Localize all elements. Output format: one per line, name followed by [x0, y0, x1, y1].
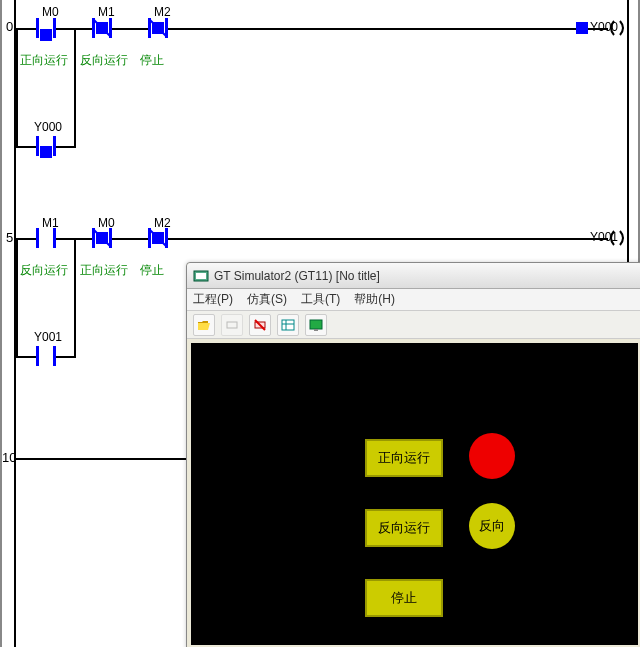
no-contact[interactable] [36, 346, 56, 366]
menu-project[interactable]: 工程(P) [193, 291, 233, 308]
svg-rect-1 [196, 273, 206, 279]
no-contact[interactable] [36, 228, 56, 248]
svg-rect-9 [314, 329, 318, 331]
contact-label: M1 [98, 5, 115, 19]
contact-label: M0 [42, 5, 59, 19]
menu-help[interactable]: 帮助(H) [354, 291, 395, 308]
hmi-stop-button[interactable]: 停止 [365, 579, 443, 617]
output-coil[interactable] [608, 229, 626, 247]
toolbar [187, 311, 640, 339]
contact-state-icon [40, 146, 52, 158]
contact-state-icon [152, 232, 164, 244]
svg-rect-8 [310, 320, 322, 329]
contact-label: Y000 [34, 120, 62, 134]
contact-comment: 反向运行 [20, 262, 68, 279]
contact-comment: 反向运行 [80, 52, 128, 69]
hmi-reverse-lamp: 反向 [469, 503, 515, 549]
contact-comment: 正向运行 [20, 52, 68, 69]
table-icon[interactable] [277, 314, 299, 336]
title-bar[interactable]: GT Simulator2 (GT11) [No title] [187, 263, 640, 289]
contact-state-icon [96, 232, 108, 244]
hmi-forward-lamp [469, 433, 515, 479]
contact-state-icon [96, 22, 108, 34]
menu-tools[interactable]: 工具(T) [301, 291, 340, 308]
lamp-label: 反向 [479, 517, 505, 535]
contact-comment: 正向运行 [80, 262, 128, 279]
menu-bar: 工程(P) 仿真(S) 工具(T) 帮助(H) [187, 289, 640, 311]
stop-sim-icon[interactable] [249, 314, 271, 336]
contact-state-icon [40, 29, 52, 41]
contact-state-icon [152, 22, 164, 34]
hmi-reverse-button[interactable]: 反向运行 [365, 509, 443, 547]
rung-number: 0 [6, 19, 13, 34]
connection-icon[interactable] [221, 314, 243, 336]
contact-label: M2 [154, 5, 171, 19]
contact-comment: 停止 [140, 262, 164, 279]
output-coil[interactable] [608, 19, 626, 37]
window-title: GT Simulator2 (GT11) [No title] [214, 269, 380, 283]
svg-rect-5 [282, 320, 294, 330]
screen-icon[interactable] [305, 314, 327, 336]
svg-rect-2 [227, 322, 237, 328]
app-icon [193, 268, 209, 284]
menu-simulate[interactable]: 仿真(S) [247, 291, 287, 308]
contact-comment: 停止 [140, 52, 164, 69]
gt-simulator-window: GT Simulator2 (GT11) [No title] 工程(P) 仿真… [186, 262, 640, 647]
coil-state-icon [576, 22, 588, 34]
hmi-forward-button[interactable]: 正向运行 [365, 439, 443, 477]
hmi-canvas: 正向运行 反向运行 反向 停止 [191, 343, 638, 645]
open-icon[interactable] [193, 314, 215, 336]
contact-label: Y001 [34, 330, 62, 344]
rung-number: 5 [6, 230, 13, 245]
